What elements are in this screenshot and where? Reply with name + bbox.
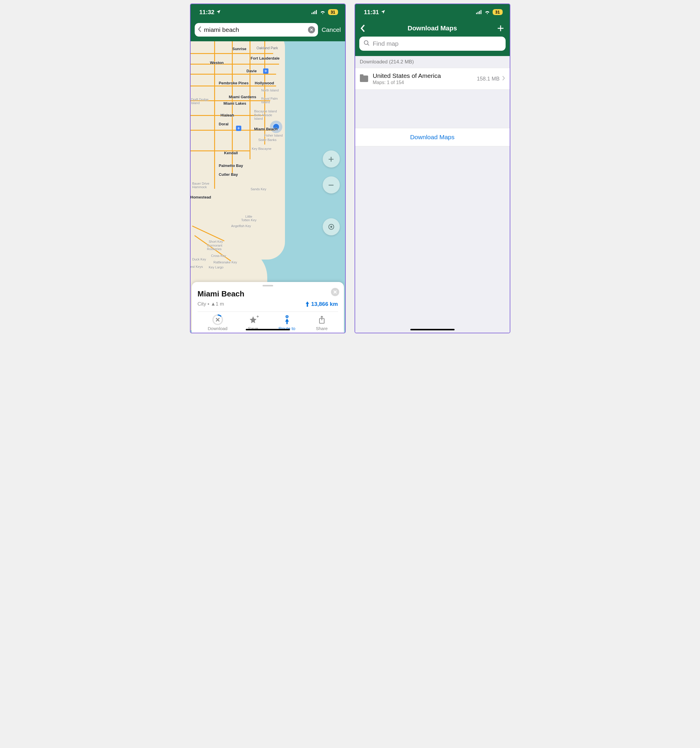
back-button[interactable]: [361, 24, 370, 32]
home-indicator: [246, 329, 290, 330]
chevron-left-icon[interactable]: [198, 26, 202, 33]
clear-icon[interactable]: [308, 26, 315, 33]
map-label: Sunrise: [233, 47, 247, 51]
folder-icon: [360, 76, 368, 82]
close-icon[interactable]: [331, 288, 339, 296]
place-title: Miami Beach: [198, 289, 338, 298]
map-label: Rattlesnake Key: [213, 260, 237, 264]
wifi-icon: [320, 9, 326, 16]
share-button[interactable]: Share: [316, 315, 328, 331]
action-label: Download: [208, 326, 227, 331]
phone-right: 11:31 31 Download Maps: [355, 3, 510, 333]
find-box[interactable]: [359, 36, 505, 51]
chevron-right-icon: [502, 76, 505, 82]
find-input[interactable]: [373, 40, 501, 47]
map-label: Duck Key: [192, 257, 206, 261]
list-body: Downloaded (214.2 MB) United States of A…: [355, 56, 510, 333]
sheet-grabber[interactable]: [263, 285, 273, 286]
row-subtitle: Maps: 1 of 154: [373, 80, 472, 85]
map-label: Key Biscayne: [252, 147, 272, 151]
road: [190, 64, 279, 65]
svg-rect-2: [315, 11, 315, 14]
map-label: Miami Beach: [254, 127, 278, 131]
search-box[interactable]: [195, 23, 318, 36]
zoom-out-button[interactable]: −: [323, 176, 340, 193]
row-size: 158.1 MB: [477, 76, 499, 82]
map-label: Belle Meade Island: [254, 113, 272, 120]
battery-icon: 31: [493, 9, 503, 15]
location-icon: [216, 9, 221, 16]
svg-rect-3: [316, 10, 317, 14]
status-time: 11:31: [364, 9, 379, 16]
locate-button[interactable]: [323, 218, 340, 236]
map-label: Weston: [210, 61, 224, 65]
search-icon: [364, 40, 370, 47]
map-label: Homestead: [190, 195, 211, 199]
nav-bar: Download Maps: [355, 20, 510, 36]
search-input[interactable]: [204, 26, 306, 33]
phone-left: 11:32 31 Cancel: [190, 3, 346, 333]
place-subtitle: City • ▲1 m: [198, 301, 224, 307]
svg-point-13: [364, 41, 368, 44]
action-label: Share: [316, 326, 328, 331]
map-label: Miami Lakes: [224, 101, 246, 106]
airport-icon: ✈: [263, 68, 268, 74]
status-bar: 11:32 31: [190, 4, 345, 20]
map-label: Sands Key: [251, 187, 266, 191]
download-maps-link[interactable]: Download Maps: [355, 128, 510, 146]
wifi-icon: [484, 9, 490, 16]
map-label: Kendall: [224, 151, 238, 155]
map-label: Hollywood: [255, 81, 274, 85]
signal-icon: [312, 9, 317, 16]
svg-rect-12: [481, 10, 481, 14]
svg-rect-1: [313, 12, 314, 14]
map-label: Little Totten Key: [241, 215, 257, 222]
row-title: United States of America: [373, 72, 472, 79]
location-icon: [381, 9, 385, 16]
battery-icon: 31: [328, 9, 338, 15]
search-header: Cancel: [190, 20, 345, 41]
section-label: Downloaded (214.2 MB): [355, 56, 510, 68]
cancel-button[interactable]: Cancel: [321, 26, 341, 33]
map-label: Cutler Bay: [219, 172, 238, 177]
map-label: Key Largo: [209, 266, 224, 269]
svg-point-5: [330, 226, 332, 227]
share-icon: [318, 316, 326, 324]
map-label: est Keys: [190, 265, 203, 268]
map-label: Hialeah: [221, 113, 234, 117]
map-label: Cross Key: [211, 254, 226, 257]
road: [190, 151, 250, 151]
place-distance: 13,866 km: [305, 301, 338, 307]
map-label: Bauer Drive Hammock: [192, 182, 210, 189]
map-label: Doral: [219, 122, 228, 126]
map-label: Royal Palm Island: [261, 97, 278, 104]
map-label: Draft Dodge Island: [191, 97, 208, 105]
map-label: Cormorant Rookeries: [207, 244, 222, 251]
map-label: Angelfish Key: [231, 224, 251, 228]
road: [250, 41, 250, 159]
add-button[interactable]: [495, 24, 504, 32]
status-bar: 11:31 31: [355, 4, 510, 20]
star-icon: [249, 316, 257, 324]
map-label: Biscayne Island: [254, 109, 277, 113]
map-label: Fort Lauderdale: [251, 56, 280, 61]
signal-icon: [476, 9, 482, 16]
country-row[interactable]: United States of America Maps: 1 of 154 …: [355, 68, 510, 90]
road: [190, 74, 276, 74]
map-label: Miami Gardens: [229, 95, 256, 99]
zoom-in-button[interactable]: +: [323, 151, 340, 167]
map-label: Palmetto Bay: [219, 163, 243, 168]
map-label: Short Key: [209, 240, 223, 243]
map-label: Sister Banks: [259, 138, 277, 141]
place-sheet: Miami Beach City • ▲1 m 13,866 km Downlo…: [192, 282, 344, 333]
airport-icon: ✈: [236, 126, 241, 131]
status-time: 11:32: [199, 9, 215, 16]
svg-rect-9: [476, 13, 477, 14]
svg-rect-0: [312, 13, 312, 14]
map-label: Pembroke Pines: [219, 81, 249, 85]
svg-rect-10: [478, 12, 478, 14]
road: [190, 85, 276, 87]
map-label: Oakland Park: [257, 46, 278, 50]
download-button[interactable]: Download: [208, 315, 227, 331]
map-label: Davie: [247, 69, 257, 73]
